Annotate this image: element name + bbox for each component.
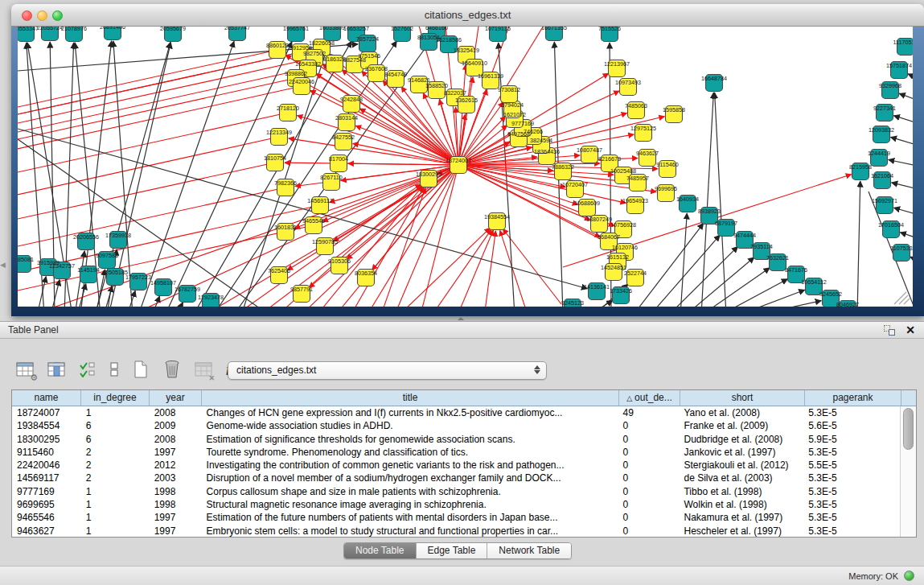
network-edge[interactable] xyxy=(484,231,495,307)
node-label: 20891406 xyxy=(100,27,125,31)
table-row[interactable]: 969969511998Structural magnetic resonanc… xyxy=(12,498,900,511)
node-label: 1733426 xyxy=(610,287,632,295)
select-columns-icon[interactable] xyxy=(46,359,67,380)
node-label: 7632621 xyxy=(766,254,789,262)
tab-node-table[interactable]: Node Table xyxy=(344,543,417,558)
network-edge[interactable] xyxy=(910,257,913,264)
node-label: 12213349 xyxy=(266,129,292,136)
network-edge[interactable] xyxy=(18,47,322,129)
network-edge[interactable] xyxy=(18,137,279,209)
node-label: 1107533 xyxy=(890,245,912,252)
network-edge[interactable] xyxy=(138,41,234,307)
close-panel-icon[interactable]: ✕ xyxy=(906,323,915,336)
column-header-in_degree[interactable]: in_degree xyxy=(81,390,150,406)
node-label: 18364436 xyxy=(534,148,560,155)
node-label: 10973493 xyxy=(615,79,641,86)
zoom-window-button[interactable] xyxy=(52,10,63,21)
table-cell: 5.3E-5 xyxy=(803,406,900,419)
table-row[interactable]: 977716911998Corpus callosum shape and si… xyxy=(12,485,900,498)
column-header-name[interactable]: name xyxy=(12,390,81,406)
network-edge[interactable] xyxy=(18,113,288,187)
network-edge[interactable] xyxy=(891,137,913,147)
splitter-handle[interactable] xyxy=(458,317,464,320)
column-header-pagerank[interactable]: pagerank xyxy=(805,390,901,406)
table-row[interactable]: 2242004622012Investigating the contribut… xyxy=(12,459,900,472)
scrollbar-thumb[interactable] xyxy=(903,408,914,450)
network-edge[interactable] xyxy=(680,213,687,307)
tab-edge-table[interactable]: Edge Table xyxy=(417,543,488,558)
delete-column-icon[interactable] xyxy=(162,359,183,380)
network-edge[interactable] xyxy=(176,303,183,307)
column-header-short[interactable]: short xyxy=(680,390,805,406)
node-label: 9730812 xyxy=(498,86,520,93)
node-label: 6497568 xyxy=(507,130,530,138)
network-edge[interactable] xyxy=(51,280,60,307)
node-label: 20553347 xyxy=(18,27,39,32)
column-header-title[interactable]: title xyxy=(202,390,619,406)
node-label: 12342757 xyxy=(49,262,75,270)
float-panel-icon[interactable] xyxy=(884,325,895,336)
network-edge[interactable] xyxy=(889,159,913,167)
column-header-year[interactable]: year xyxy=(150,390,202,406)
table-cell: 9465546 xyxy=(12,511,81,524)
network-edge[interactable] xyxy=(18,58,314,138)
table-cell: 5.5E-5 xyxy=(803,459,900,472)
network-edge[interactable] xyxy=(113,41,133,307)
node-label: 9857791 xyxy=(290,286,313,293)
network-edge[interactable] xyxy=(432,229,491,307)
table-cell: 5.3E-5 xyxy=(803,446,900,459)
network-edge[interactable] xyxy=(892,183,913,191)
node-label: 11170512 xyxy=(893,39,913,46)
network-edge[interactable] xyxy=(458,64,466,165)
table-row[interactable]: 946362711997Embryonic stem cells: a mode… xyxy=(12,525,900,537)
new-table-icon[interactable] xyxy=(130,359,151,380)
network-edge[interactable] xyxy=(894,208,913,216)
row-height-icon[interactable] xyxy=(109,359,120,380)
network-edge[interactable] xyxy=(899,93,913,103)
close-window-button[interactable] xyxy=(22,10,32,21)
table-row[interactable]: 911546021997Tourette syndrome. Phenomeno… xyxy=(12,446,900,459)
column-header-out_de[interactable]: △out_de... xyxy=(619,390,680,406)
node-label: 16648784 xyxy=(701,75,727,82)
network-edge[interactable] xyxy=(109,43,170,307)
node-label: 2718120 xyxy=(277,105,299,112)
network-edge[interactable] xyxy=(701,93,713,307)
table-cell: Embryonic stem cells: a model to study s… xyxy=(202,525,618,537)
node-label: 8036354 xyxy=(355,270,377,277)
network-canvas[interactable]: 1872400788601228912954182260589827502165… xyxy=(18,27,913,307)
table-panel-header: Table Panel ✕ xyxy=(0,321,924,339)
network-edge[interactable] xyxy=(737,290,805,307)
network-edge[interactable] xyxy=(348,163,458,165)
network-edge[interactable] xyxy=(720,279,787,307)
table-row[interactable]: 1456911722003Disruption of a novel membe… xyxy=(12,472,900,484)
minimize-window-button[interactable] xyxy=(37,10,47,21)
table-select-dropdown[interactable]: citations_edges.txt xyxy=(228,361,547,380)
network-edge[interactable] xyxy=(900,233,913,241)
node-label: 9329968 xyxy=(879,82,901,89)
table-row[interactable]: 946554611997Estimation of the future num… xyxy=(12,511,900,524)
network-edge[interactable] xyxy=(893,116,913,126)
node-label: 10654112 xyxy=(801,278,826,286)
memory-status-icon[interactable] xyxy=(904,571,914,581)
network-edge[interactable] xyxy=(382,187,425,307)
collapse-arrow-icon[interactable]: ◀ xyxy=(0,261,6,269)
table-row[interactable]: 1872400712008Changes of HCN gene express… xyxy=(12,406,900,419)
network-edge[interactable] xyxy=(457,230,493,307)
table-settings-icon[interactable]: ⚙ xyxy=(14,359,35,380)
node-label: 9827502 xyxy=(303,50,326,57)
window-titlebar[interactable]: citations_edges.txt xyxy=(11,4,924,27)
table-row[interactable]: 1830029562008Estimation of significance … xyxy=(12,433,900,446)
network-edge[interactable] xyxy=(857,181,860,307)
network-edge[interactable] xyxy=(297,116,458,165)
network-edge[interactable] xyxy=(715,93,726,307)
table-row[interactable]: 1938455462009Genome-wide association stu… xyxy=(12,419,900,432)
network-edge[interactable] xyxy=(908,74,913,81)
table-cell: Tourette syndrome. Phenomenology and cla… xyxy=(202,446,618,459)
tab-network-table[interactable]: Network Table xyxy=(487,543,571,558)
network-edge[interactable] xyxy=(362,165,458,307)
select-rows-icon[interactable] xyxy=(77,359,98,380)
node-label: 18226058 xyxy=(309,39,335,47)
delete-table-icon[interactable]: ✕ xyxy=(193,359,214,380)
table-scrollbar[interactable] xyxy=(900,406,916,537)
resize-grip-icon[interactable] xyxy=(894,292,910,304)
